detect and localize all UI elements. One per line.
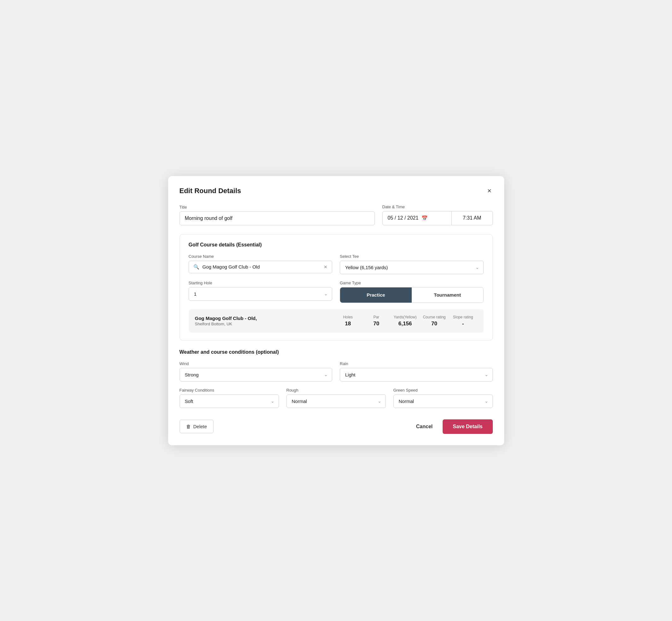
starting-hole-label: Starting Hole — [189, 281, 333, 285]
modal-footer: 🗑 Delete Cancel Save Details — [179, 417, 493, 434]
conditions-row: Fairway Conditions DryNormalSoftWet ⌄ Ro… — [179, 388, 493, 408]
game-type-toggle: Practice Tournament — [340, 287, 484, 303]
rain-wrapper: NoneLightModerateHeavy ⌄ — [340, 368, 493, 381]
date-time-row: 05 / 12 / 2021 📅 7:31 AM — [382, 211, 493, 225]
select-tee-label: Select Tee — [340, 254, 484, 259]
slope-rating-label: Slope rating — [453, 315, 473, 319]
course-rating-value: 70 — [431, 321, 437, 327]
wind-label: Wind — [179, 361, 333, 366]
yards-stat: Yards(Yellow) 6,156 — [390, 315, 420, 327]
delete-button[interactable]: 🗑 Delete — [179, 420, 214, 433]
yards-value: 6,156 — [398, 321, 412, 327]
select-tee-dropdown[interactable]: Yellow (6,156 yards) Red (5,400 yards) W… — [340, 261, 484, 274]
course-info-row: Gog Magog Golf Club - Old, Shelford Bott… — [189, 309, 484, 333]
clear-icon[interactable]: ✕ — [324, 264, 328, 270]
fairway-label: Fairway Conditions — [179, 388, 279, 392]
starting-hole-dropdown[interactable]: 12310 — [189, 287, 333, 301]
starting-hole-group: Starting Hole 12310 ⌄ — [189, 281, 333, 303]
par-value: 70 — [373, 321, 379, 327]
search-icon: 🔍 — [194, 264, 199, 270]
fairway-wrapper: DryNormalSoftWet ⌄ — [179, 395, 279, 408]
rain-dropdown[interactable]: NoneLightModerateHeavy — [340, 368, 493, 381]
time-input-wrapper[interactable]: 7:31 AM — [452, 211, 493, 225]
starting-hole-wrapper: 12310 ⌄ — [189, 287, 333, 301]
course-info-name-text: Gog Magog Golf Club - Old, — [195, 316, 334, 321]
cancel-button[interactable]: Cancel — [414, 420, 435, 433]
rough-label: Rough — [287, 388, 386, 392]
holes-stat: Holes 18 — [334, 315, 362, 327]
select-tee-group: Select Tee Yellow (6,156 yards) Red (5,4… — [340, 254, 484, 274]
yards-label: Yards(Yellow) — [394, 315, 417, 319]
title-field-group: Title — [179, 205, 375, 225]
wind-wrapper: CalmLightModerateStrongVery Strong ⌄ — [179, 368, 333, 381]
weather-section: Weather and course conditions (optional)… — [179, 349, 493, 408]
title-input[interactable] — [179, 211, 375, 225]
rain-group: Rain NoneLightModerateHeavy ⌄ — [340, 361, 493, 381]
game-type-label: Game Type — [340, 281, 484, 285]
par-label: Par — [373, 315, 379, 319]
modal-header: Edit Round Details × — [179, 186, 493, 196]
rough-group: Rough ShortNormalLongVery Long ⌄ — [287, 388, 386, 408]
course-rating-label: Course rating — [423, 315, 446, 319]
course-name-group: Course Name 🔍 ✕ — [189, 254, 333, 274]
date-value: 05 / 12 / 2021 — [388, 215, 419, 221]
course-info-location: Shelford Bottom, UK — [195, 322, 334, 326]
course-info-name: Gog Magog Golf Club - Old, Shelford Bott… — [195, 316, 334, 326]
rain-label: Rain — [340, 361, 493, 366]
wind-group: Wind CalmLightModerateStrongVery Strong … — [179, 361, 333, 381]
green-speed-label: Green Speed — [393, 388, 493, 392]
title-label: Title — [179, 205, 375, 210]
course-search-wrapper[interactable]: 🔍 ✕ — [189, 261, 333, 273]
trash-icon: 🗑 — [186, 424, 191, 429]
course-name-label: Course Name — [189, 254, 333, 259]
rough-wrapper: ShortNormalLongVery Long ⌄ — [287, 395, 386, 408]
course-tee-row: Course Name 🔍 ✕ Select Tee Yellow (6,156… — [189, 254, 484, 274]
green-speed-dropdown[interactable]: SlowNormalFastVery Fast — [393, 395, 493, 408]
weather-title: Weather and course conditions (optional) — [179, 349, 493, 355]
fairway-dropdown[interactable]: DryNormalSoftWet — [179, 395, 279, 408]
date-label: Date & Time — [382, 204, 493, 209]
course-section-title: Golf Course details (Essential) — [189, 242, 484, 248]
fairway-group: Fairway Conditions DryNormalSoftWet ⌄ — [179, 388, 279, 408]
date-input-wrapper[interactable]: 05 / 12 / 2021 📅 — [382, 211, 452, 225]
rough-dropdown[interactable]: ShortNormalLongVery Long — [287, 395, 386, 408]
wind-rain-row: Wind CalmLightModerateStrongVery Strong … — [179, 361, 493, 381]
slope-rating-value: - — [462, 321, 464, 327]
wind-dropdown[interactable]: CalmLightModerateStrongVery Strong — [179, 368, 333, 381]
slope-rating-stat: Slope rating - — [449, 315, 477, 327]
game-type-group: Game Type Practice Tournament — [340, 281, 484, 303]
course-name-input[interactable] — [203, 264, 321, 270]
hole-gametype-row: Starting Hole 12310 ⌄ Game Type Practice… — [189, 281, 484, 303]
green-speed-wrapper: SlowNormalFastVery Fast ⌄ — [393, 395, 493, 408]
holes-value: 18 — [345, 321, 351, 327]
course-section: Golf Course details (Essential) Course N… — [179, 234, 493, 340]
top-row: Title Date & Time 05 / 12 / 2021 📅 7:31 … — [179, 204, 493, 225]
calendar-icon: 📅 — [421, 215, 428, 221]
modal-title: Edit Round Details — [179, 187, 241, 195]
footer-right: Cancel Save Details — [414, 419, 493, 434]
green-speed-group: Green Speed SlowNormalFastVery Fast ⌄ — [393, 388, 493, 408]
par-stat: Par 70 — [362, 315, 390, 327]
course-rating-stat: Course rating 70 — [420, 315, 449, 327]
date-field-group: Date & Time 05 / 12 / 2021 📅 7:31 AM — [382, 204, 493, 225]
time-value: 7:31 AM — [463, 215, 481, 221]
select-tee-wrapper: Yellow (6,156 yards) Red (5,400 yards) W… — [340, 261, 484, 274]
practice-button[interactable]: Practice — [340, 287, 412, 303]
tournament-button[interactable]: Tournament — [412, 287, 483, 303]
close-button[interactable]: × — [486, 186, 493, 196]
save-button[interactable]: Save Details — [443, 419, 493, 434]
holes-label: Holes — [343, 315, 353, 319]
delete-label: Delete — [194, 424, 207, 429]
edit-round-modal: Edit Round Details × Title Date & Time 0… — [168, 176, 504, 445]
